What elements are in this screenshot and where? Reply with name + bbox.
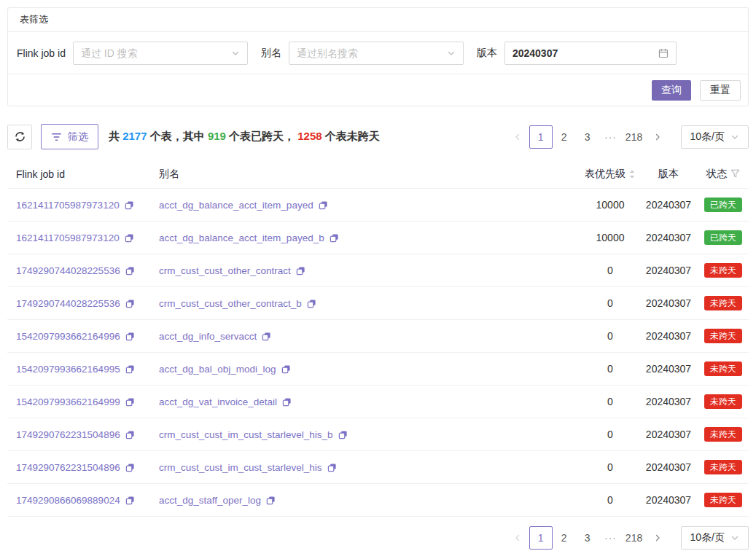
copy-icon[interactable] bbox=[330, 233, 339, 243]
sort-icon[interactable] bbox=[628, 169, 636, 179]
flink-job-id-link[interactable]: 1542097993662164995 bbox=[16, 364, 120, 375]
copy-icon[interactable] bbox=[338, 430, 348, 439]
prev-page-button[interactable] bbox=[506, 526, 529, 550]
alias-link[interactable]: crm_cust_cust_other_contract bbox=[159, 265, 291, 276]
filter-button[interactable]: 筛选 bbox=[41, 124, 98, 149]
version-date-picker[interactable] bbox=[504, 42, 677, 65]
page-size-select[interactable]: 10条/页 bbox=[681, 526, 749, 550]
copy-icon[interactable] bbox=[125, 299, 135, 308]
flink-job-id-link[interactable]: 1749290866069889024 bbox=[16, 495, 120, 506]
copy-icon[interactable] bbox=[125, 430, 135, 439]
table-row: 1749290866069889024 acct_dg_staff_oper_l… bbox=[7, 484, 749, 517]
chevron-right-icon bbox=[653, 533, 662, 542]
version-label: 版本 bbox=[477, 47, 497, 60]
alias-link[interactable]: acct_dg_vat_invoice_detail bbox=[159, 396, 277, 407]
alias-link[interactable]: crm_cust_cust_im_cust_starlevel_his_b bbox=[159, 429, 333, 440]
copy-icon[interactable] bbox=[307, 299, 316, 308]
page-button-3[interactable]: 3 bbox=[576, 526, 599, 550]
copy-icon[interactable] bbox=[281, 364, 291, 374]
alias-label: 别名 bbox=[261, 47, 281, 60]
copy-icon[interactable] bbox=[282, 397, 292, 407]
funnel-filter-icon[interactable] bbox=[730, 169, 740, 179]
flink-job-id-select[interactable] bbox=[73, 42, 248, 65]
flink-job-id-link[interactable]: 1749290762231504896 bbox=[16, 462, 120, 473]
page-size-label: 10条/页 bbox=[690, 531, 725, 544]
refresh-button[interactable] bbox=[7, 125, 32, 149]
page-ellipsis[interactable]: ··· bbox=[599, 526, 623, 550]
copy-icon[interactable] bbox=[125, 496, 135, 505]
page-button-last[interactable]: 218 bbox=[623, 526, 646, 550]
priority-value: 10000 bbox=[581, 232, 639, 243]
priority-value: 0 bbox=[581, 429, 639, 440]
flink-job-id-link[interactable]: 1749290762231504896 bbox=[16, 429, 120, 440]
page-ellipsis[interactable]: ··· bbox=[599, 125, 623, 149]
alias-link[interactable]: acct_dg_info_servacct bbox=[159, 331, 257, 342]
status-badge: 未跨天 bbox=[704, 427, 742, 442]
page-size-select[interactable]: 10条/页 bbox=[681, 125, 749, 149]
version-value: 20240307 bbox=[639, 232, 698, 243]
alias-input[interactable] bbox=[297, 47, 447, 59]
page-button-3[interactable]: 3 bbox=[576, 125, 599, 149]
flink-job-id-link[interactable]: 1542097993662164999 bbox=[16, 396, 120, 407]
copy-icon[interactable] bbox=[266, 496, 276, 505]
next-page-button[interactable] bbox=[646, 526, 669, 550]
copy-icon[interactable] bbox=[319, 200, 328, 210]
priority-value: 10000 bbox=[581, 199, 639, 211]
total-count: 2177 bbox=[122, 130, 147, 142]
alias-link[interactable]: acct_dg_balance_acct_item_payed_b bbox=[159, 232, 324, 243]
alias-link[interactable]: crm_cust_cust_other_contract_b bbox=[159, 298, 302, 309]
copy-icon[interactable] bbox=[327, 463, 337, 472]
copy-icon[interactable] bbox=[125, 397, 135, 407]
prev-page-button[interactable] bbox=[506, 125, 529, 149]
priority-value: 0 bbox=[581, 396, 639, 407]
reset-button[interactable]: 重置 bbox=[700, 80, 741, 101]
table-summary: 共 2177 个表，其中 919 个表已跨天， 1258 个表未跨天 bbox=[109, 130, 380, 144]
status-badge: 未跨天 bbox=[704, 460, 742, 474]
flink-job-id-link[interactable]: 1621411705987973120 bbox=[16, 200, 120, 211]
alias-link[interactable]: acct_dg_bal_obj_modi_log bbox=[159, 364, 276, 375]
pagination-top: 1 2 3 ··· 218 10条/页 bbox=[506, 125, 749, 149]
alias-link[interactable]: acct_dg_balance_acct_item_payed bbox=[159, 200, 313, 211]
flink-job-id-link[interactable]: 1749290744028225536 bbox=[16, 298, 120, 309]
priority-value: 0 bbox=[581, 330, 639, 342]
header-flink-job-id: Flink job id bbox=[7, 168, 159, 180]
copy-icon[interactable] bbox=[125, 200, 134, 210]
copy-icon[interactable] bbox=[125, 332, 135, 341]
flink-job-id-input[interactable] bbox=[81, 47, 231, 59]
status-badge: 已跨天 bbox=[704, 198, 742, 212]
query-button[interactable]: 查询 bbox=[652, 80, 691, 101]
header-status: 状态 bbox=[698, 168, 749, 181]
table-row: 1749290762231504896 crm_cust_cust_im_cus… bbox=[7, 451, 749, 484]
status-badge: 未跨天 bbox=[704, 361, 742, 376]
alias-select[interactable] bbox=[289, 42, 464, 65]
version-value: 20240307 bbox=[639, 265, 698, 276]
flink-job-id-link[interactable]: 1621411705987973120 bbox=[16, 232, 120, 243]
status-badge: 已跨天 bbox=[704, 230, 742, 245]
copy-icon[interactable] bbox=[125, 463, 135, 472]
alias-link[interactable]: acct_dg_staff_oper_log bbox=[159, 495, 261, 506]
table-row: 1749290744028225536 crm_cust_cust_other_… bbox=[7, 287, 749, 320]
chevron-left-icon bbox=[513, 533, 522, 542]
copy-icon[interactable] bbox=[125, 364, 135, 374]
chevron-down-icon bbox=[231, 49, 240, 58]
table-row: 1542097993662164999 acct_dg_vat_invoice_… bbox=[7, 386, 749, 418]
next-page-button[interactable] bbox=[646, 125, 669, 149]
version-value: 20240307 bbox=[639, 363, 698, 375]
page-button-1[interactable]: 1 bbox=[529, 526, 553, 550]
status-badge: 未跨天 bbox=[704, 263, 742, 278]
priority-value: 0 bbox=[581, 297, 639, 309]
version-input[interactable] bbox=[513, 47, 658, 59]
copy-icon[interactable] bbox=[296, 266, 305, 275]
table-row: 1749290744028225536 crm_cust_cust_other_… bbox=[7, 254, 749, 287]
copy-icon[interactable] bbox=[262, 332, 271, 341]
copy-icon[interactable] bbox=[125, 266, 135, 275]
page-button-1[interactable]: 1 bbox=[529, 125, 553, 149]
alias-link[interactable]: crm_cust_cust_im_cust_starlevel_his bbox=[159, 462, 322, 473]
status-badge: 未跨天 bbox=[704, 329, 742, 343]
flink-job-id-link[interactable]: 1749290744028225536 bbox=[16, 265, 120, 276]
copy-icon[interactable] bbox=[125, 233, 134, 243]
page-button-last[interactable]: 218 bbox=[623, 125, 646, 149]
page-button-2[interactable]: 2 bbox=[553, 125, 576, 149]
page-button-2[interactable]: 2 bbox=[553, 526, 576, 550]
flink-job-id-link[interactable]: 1542097993662164996 bbox=[16, 331, 120, 342]
